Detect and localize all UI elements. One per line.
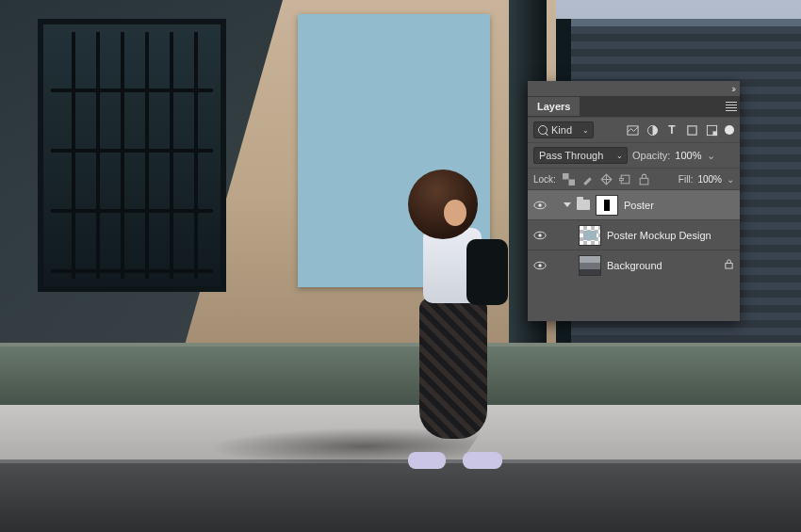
filter-kind-select[interactable]: Kind ⌄ bbox=[533, 121, 594, 138]
smartobject-filter-icon[interactable] bbox=[705, 123, 718, 137]
layer-name[interactable]: Poster Mockup Design bbox=[607, 230, 711, 241]
disclosure-icon[interactable] bbox=[564, 202, 571, 207]
fill-label: Fill: bbox=[678, 174, 694, 185]
layers-panel[interactable]: ›› Layers Kind ⌄ T Pass Through bbox=[528, 81, 740, 321]
svg-rect-2 bbox=[687, 125, 695, 134]
poster-rect bbox=[298, 14, 490, 287]
adjustment-filter-icon[interactable] bbox=[646, 123, 659, 137]
lock-all-icon[interactable] bbox=[638, 172, 651, 185]
svg-point-15 bbox=[538, 234, 542, 237]
layer-name[interactable]: Background bbox=[607, 260, 662, 271]
blend-mode-value: Pass Through bbox=[539, 150, 603, 161]
pixel-filter-icon[interactable] bbox=[626, 123, 639, 137]
layers-list: Poster Poster Mockup Design Background bbox=[528, 189, 740, 321]
svg-rect-18 bbox=[726, 264, 732, 269]
lock-artboard-icon[interactable] bbox=[619, 172, 632, 185]
chevron-down-icon: ⌄ bbox=[616, 152, 623, 160]
visibility-icon[interactable] bbox=[533, 229, 547, 242]
layer-thumbnail[interactable] bbox=[579, 225, 601, 246]
svg-rect-6 bbox=[569, 179, 576, 185]
svg-rect-10 bbox=[619, 178, 623, 180]
lock-transparency-icon[interactable] bbox=[563, 172, 576, 185]
chevron-down-icon[interactable]: ⌄ bbox=[727, 174, 734, 185]
document-canvas: ›› Layers Kind ⌄ T Pass Through bbox=[0, 0, 801, 532]
opacity-value[interactable]: 100% bbox=[675, 150, 701, 161]
lock-pixels-icon[interactable] bbox=[581, 172, 595, 185]
blend-mode-select[interactable]: Pass Through ⌄ bbox=[533, 147, 628, 164]
svg-rect-4 bbox=[712, 131, 717, 136]
tab-layers[interactable]: Layers bbox=[528, 97, 580, 116]
layer-row-poster[interactable]: Poster bbox=[528, 189, 740, 219]
filter-kind-label: Kind bbox=[551, 124, 572, 136]
layer-thumbnail[interactable] bbox=[579, 255, 601, 276]
chevron-down-icon[interactable]: ⌄ bbox=[707, 150, 715, 162]
chevron-down-icon: ⌄ bbox=[582, 126, 589, 135]
fill-value[interactable]: 100% bbox=[697, 174, 722, 185]
lock-icon[interactable] bbox=[724, 259, 734, 271]
layer-row-poster-mockup-design[interactable]: Poster Mockup Design bbox=[528, 219, 740, 250]
layer-row-background[interactable]: Background bbox=[528, 250, 740, 280]
svg-point-13 bbox=[538, 203, 542, 207]
visibility-icon[interactable] bbox=[533, 199, 547, 212]
lock-position-icon[interactable] bbox=[600, 172, 613, 185]
layer-name[interactable]: Poster bbox=[624, 200, 654, 211]
svg-rect-11 bbox=[641, 178, 649, 185]
mask-thumbnail[interactable] bbox=[596, 195, 618, 216]
collapse-icon[interactable]: ›› bbox=[731, 84, 734, 94]
panel-menu-icon[interactable] bbox=[723, 96, 740, 117]
visibility-icon[interactable] bbox=[533, 259, 547, 272]
filter-toggle-icon[interactable] bbox=[725, 125, 734, 135]
type-filter-icon[interactable]: T bbox=[665, 123, 678, 137]
window-illustration bbox=[38, 19, 226, 292]
svg-rect-5 bbox=[563, 173, 569, 180]
opacity-label: Opacity: bbox=[632, 150, 670, 161]
shape-filter-icon[interactable] bbox=[685, 123, 698, 137]
svg-point-17 bbox=[538, 264, 542, 267]
folder-icon bbox=[577, 200, 590, 210]
lock-label: Lock: bbox=[533, 174, 556, 185]
